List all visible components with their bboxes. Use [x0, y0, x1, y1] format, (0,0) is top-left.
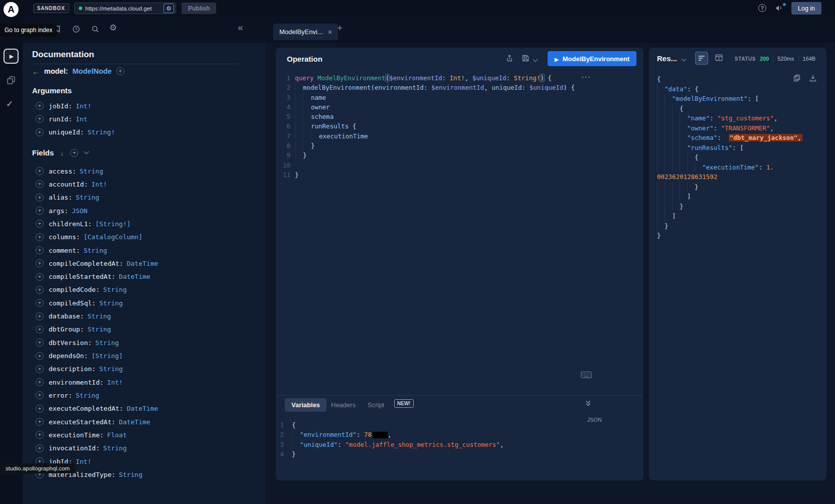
- add-to-query-icon[interactable]: [36, 246, 44, 254]
- endpoint-url-text[interactable]: https://metadata.cloud.get: [85, 6, 160, 12]
- field-type-link[interactable]: String: [76, 392, 99, 399]
- doc-field-row[interactable]: dbtVersion:String: [32, 336, 258, 349]
- doc-type-link[interactable]: ModelNode: [73, 67, 112, 75]
- doc-field-row[interactable]: alias:String: [32, 191, 258, 204]
- save-operation-icon[interactable]: [522, 54, 530, 62]
- settings-gear-icon[interactable]: [109, 23, 117, 33]
- response-body[interactable]: {"data": {"modelByEnvironment": [{"name"…: [657, 74, 820, 241]
- add-to-query-icon[interactable]: [36, 194, 44, 202]
- run-operation-button[interactable]: ModelByEnvironment: [548, 51, 636, 66]
- new-tab-icon[interactable]: [337, 23, 343, 34]
- checks-nav-icon[interactable]: [6, 99, 13, 109]
- add-to-query-icon[interactable]: [36, 444, 44, 452]
- doc-field-row[interactable]: compileCompletedAt:DateTime: [32, 257, 258, 270]
- operation-tab[interactable]: ModelByEnvi...: [273, 24, 338, 40]
- field-type-link[interactable]: String: [99, 365, 123, 373]
- field-type-link[interactable]: String: [84, 247, 107, 254]
- field-type-link[interactable]: String: [87, 312, 111, 320]
- add-to-query-icon[interactable]: [36, 167, 44, 175]
- history-icon[interactable]: [72, 25, 80, 33]
- doc-field-row[interactable]: compiledCode:String: [32, 283, 258, 296]
- doc-field-row[interactable]: dependsOn:[String]: [32, 349, 258, 362]
- doc-field-row[interactable]: executeStartedAt:DateTime: [32, 415, 258, 428]
- field-type-link[interactable]: [String]: [91, 352, 123, 360]
- add-to-query-icon[interactable]: [36, 207, 44, 215]
- field-type-link[interactable]: DateTime: [119, 273, 150, 280]
- add-to-query-icon[interactable]: [36, 286, 44, 294]
- tab-headers[interactable]: Headers: [331, 401, 356, 409]
- doc-field-row[interactable]: executionTime:Float: [32, 428, 258, 441]
- variables-editor[interactable]: 1{2"environmentId": 78,3"uniqueId": "mod…: [276, 420, 643, 459]
- add-to-query-icon[interactable]: [36, 431, 44, 439]
- endpoint-url-input[interactable]: https://metadata.cloud.get: [74, 3, 176, 14]
- field-type-link[interactable]: String: [80, 167, 103, 175]
- field-type-link[interactable]: Int!: [76, 102, 91, 110]
- doc-field-row[interactable]: accountId:Int!: [32, 178, 258, 191]
- add-to-query-icon[interactable]: [36, 128, 44, 136]
- keyboard-shortcuts-icon[interactable]: [581, 371, 592, 379]
- sort-fields-icon[interactable]: [60, 149, 64, 157]
- search-icon[interactable]: [91, 25, 99, 33]
- login-button[interactable]: Log in: [791, 2, 821, 15]
- doc-field-row[interactable]: args:JSON: [32, 204, 258, 217]
- response-pretty-view-icon[interactable]: [695, 52, 708, 65]
- chevron-down-icon[interactable]: [84, 149, 89, 154]
- response-title[interactable]: Res...: [657, 54, 677, 63]
- apollo-logo[interactable]: [3, 1, 20, 18]
- add-to-query-icon[interactable]: [36, 115, 44, 123]
- share-operation-icon[interactable]: [506, 54, 514, 62]
- field-type-link[interactable]: Int!: [91, 181, 107, 188]
- field-type-link[interactable]: Int!: [76, 458, 91, 465]
- add-to-query-icon[interactable]: [36, 325, 44, 333]
- field-type-link[interactable]: String: [87, 325, 111, 333]
- doc-field-row[interactable]: dbtGroup:String: [32, 323, 258, 336]
- collapse-sidebar-icon[interactable]: [238, 22, 243, 33]
- field-type-link[interactable]: String: [119, 471, 142, 478]
- add-to-query-icon[interactable]: [36, 312, 44, 320]
- tab-script[interactable]: Script: [368, 401, 384, 409]
- field-type-link[interactable]: Int: [76, 115, 87, 123]
- field-type-link[interactable]: String: [103, 444, 127, 452]
- add-to-query-icon[interactable]: [36, 102, 44, 110]
- doc-field-row[interactable]: columns:[CatalogColumn]: [32, 231, 258, 244]
- doc-field-row[interactable]: comment:String: [32, 244, 258, 257]
- save-dropdown-chevron-icon[interactable]: [533, 57, 538, 62]
- announcements-icon[interactable]: [775, 4, 785, 13]
- doc-field-row[interactable]: executeCompletedAt:DateTime: [32, 402, 258, 415]
- add-to-query-icon[interactable]: [36, 352, 44, 360]
- add-to-query-icon[interactable]: [36, 391, 44, 399]
- add-to-query-icon[interactable]: [36, 299, 44, 307]
- add-to-query-icon[interactable]: [36, 339, 44, 347]
- add-to-query-icon[interactable]: [36, 378, 44, 386]
- field-type-link[interactable]: String!: [87, 128, 115, 136]
- tab-variables[interactable]: Variables: [285, 398, 326, 412]
- field-type-link[interactable]: DateTime: [119, 418, 150, 426]
- add-to-query-icon[interactable]: [36, 259, 44, 267]
- response-dropdown-chevron-icon[interactable]: [682, 57, 687, 62]
- explorer-nav-icon[interactable]: [4, 49, 19, 64]
- field-type-link[interactable]: DateTime: [127, 260, 158, 267]
- doc-field-row[interactable]: compiledSql:String: [32, 296, 258, 309]
- field-type-link[interactable]: Int!: [107, 379, 123, 386]
- field-type-link[interactable]: String: [76, 194, 99, 201]
- add-to-query-icon[interactable]: [36, 233, 44, 241]
- add-to-query-icon[interactable]: [36, 273, 44, 281]
- add-to-query-icon[interactable]: [36, 180, 44, 188]
- response-table-view-icon[interactable]: [715, 54, 723, 61]
- collapse-variables-icon[interactable]: [585, 400, 592, 407]
- publish-button[interactable]: Publish: [182, 3, 216, 14]
- doc-field-row[interactable]: childrenL1:[String!]: [32, 217, 258, 230]
- add-to-query-icon[interactable]: [36, 220, 44, 228]
- doc-field-row[interactable]: environmentId:Int!: [32, 376, 258, 389]
- add-type-icon[interactable]: [116, 67, 124, 75]
- add-to-query-icon[interactable]: [36, 365, 44, 373]
- doc-field-row[interactable]: compileStartedAt:DateTime: [32, 270, 258, 283]
- doc-field-row[interactable]: database:String: [32, 309, 258, 322]
- doc-field-row[interactable]: invocationId:String: [32, 442, 258, 455]
- doc-field-row[interactable]: uniqueId:String!: [32, 126, 253, 139]
- back-icon[interactable]: [32, 67, 40, 76]
- field-type-link[interactable]: String: [103, 286, 127, 293]
- close-tab-icon[interactable]: [328, 28, 332, 36]
- add-to-query-icon[interactable]: [36, 405, 44, 413]
- field-type-link[interactable]: String: [95, 339, 119, 347]
